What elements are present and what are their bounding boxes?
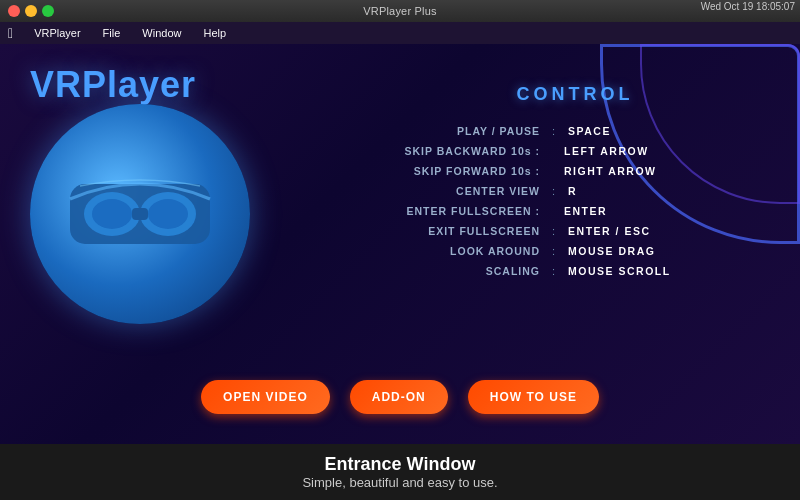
control-val-exitfull: ENTER / ESC <box>568 225 650 237</box>
control-val-enterfull: ENTER <box>564 205 607 217</box>
control-key-center: CENTER VIEW <box>390 185 540 197</box>
svg-rect-5 <box>132 208 148 220</box>
control-val-scaling: MOUSE SCROLL <box>568 265 671 277</box>
sep-play: : <box>552 125 556 137</box>
sep-exitfull: : <box>552 225 556 237</box>
control-table: PLAY / PAUSE : SPACE SKIP BACKWARD 10s :… <box>390 125 760 277</box>
control-key-exitfull: EXIT FULLSCREEN <box>390 225 540 237</box>
system-icons: Wed Oct 19 18:05:07 <box>701 1 795 12</box>
control-row-skipfwd: SKIP FORWARD 10s : RIGHT ARROW <box>390 165 760 177</box>
control-row-play: PLAY / PAUSE : SPACE <box>390 125 760 137</box>
open-video-button[interactable]: OPEN VIDEO <box>201 380 330 414</box>
sep-scaling: : <box>552 265 556 277</box>
control-row-skipback: SKIP BACKWARD 10s : LEFT ARROW <box>390 145 760 157</box>
app-logo: VRPlayer <box>30 64 196 105</box>
control-val-play: SPACE <box>568 125 611 137</box>
control-key-enterfull: ENTER FULLSCREEN : <box>390 205 540 217</box>
time-display: Wed Oct 19 18:05:07 <box>701 1 795 12</box>
vr-headset-icon <box>60 164 220 264</box>
control-val-skipfwd: RIGHT ARROW <box>564 165 657 177</box>
control-row-scaling: SCALING : MOUSE SCROLL <box>390 265 760 277</box>
app-window: VRPlayer CONTROL PLAY / PAUSE : <box>0 44 800 444</box>
menu-window[interactable]: Window <box>137 25 186 41</box>
control-key-play: PLAY / PAUSE <box>390 125 540 137</box>
sep-center: : <box>552 185 556 197</box>
control-row-exitfull: EXIT FULLSCREEN : ENTER / ESC <box>390 225 760 237</box>
add-on-button[interactable]: ADD-ON <box>350 380 448 414</box>
logo-area: VRPlayer <box>30 64 196 106</box>
control-title: CONTROL <box>390 84 760 105</box>
caption-title: Entrance Window <box>325 454 476 475</box>
window-title: VRPlayer Plus <box>363 5 437 17</box>
svg-point-2 <box>92 199 132 229</box>
control-val-center: R <box>568 185 577 197</box>
menu-help[interactable]: Help <box>198 25 231 41</box>
vr-headset-circle <box>30 104 250 324</box>
menubar:  VRPlayer File Window Help <box>0 22 800 44</box>
how-to-use-button[interactable]: HOW TO USE <box>468 380 599 414</box>
control-row-lookaround: LOOK AROUND : MOUSE DRAG <box>390 245 760 257</box>
minimize-button[interactable] <box>25 5 37 17</box>
control-key-skipfwd: SKIP FORWARD 10s : <box>390 165 540 177</box>
control-val-skipback: LEFT ARROW <box>564 145 649 157</box>
svg-point-4 <box>148 199 188 229</box>
caption-subtitle: Simple, beautiful and easy to use. <box>302 475 497 490</box>
menu-file[interactable]: File <box>98 25 126 41</box>
control-row-center: CENTER VIEW : R <box>390 185 760 197</box>
control-key-skipback: SKIP BACKWARD 10s : <box>390 145 540 157</box>
menu-vrplayer[interactable]: VRPlayer <box>29 25 85 41</box>
sep-lookaround: : <box>552 245 556 257</box>
maximize-button[interactable] <box>42 5 54 17</box>
control-val-lookaround: MOUSE DRAG <box>568 245 655 257</box>
control-key-lookaround: LOOK AROUND <box>390 245 540 257</box>
close-button[interactable] <box>8 5 20 17</box>
buttons-area: OPEN VIDEO ADD-ON HOW TO USE <box>0 380 800 414</box>
traffic-lights <box>8 5 54 17</box>
caption-area: Entrance Window Simple, beautiful and ea… <box>0 444 800 500</box>
control-key-scaling: SCALING <box>390 265 540 277</box>
control-section: CONTROL PLAY / PAUSE : SPACE SKIP BACKWA… <box>390 84 760 285</box>
control-row-enterfull: ENTER FULLSCREEN : ENTER <box>390 205 760 217</box>
apple-icon:  <box>8 25 13 41</box>
